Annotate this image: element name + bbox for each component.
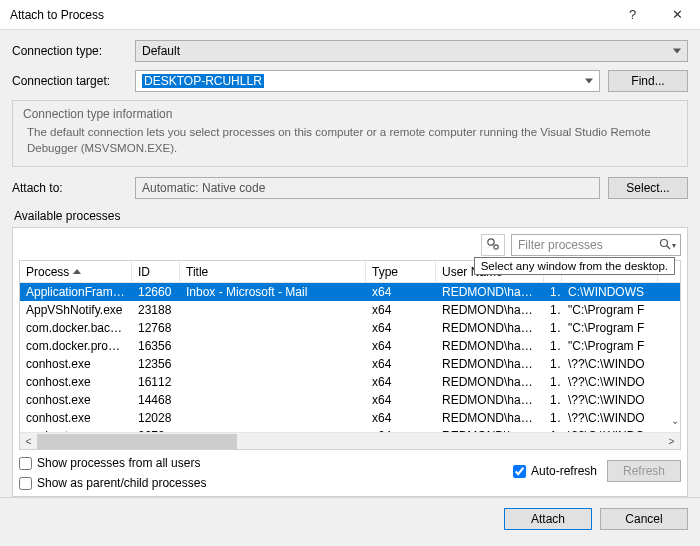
connection-info-box: Connection type information The default … <box>12 100 688 167</box>
titlebar: Attach to Process ? ✕ <box>0 0 700 30</box>
horizontal-scrollbar[interactable]: ⌄ < > <box>20 432 680 449</box>
svg-point-2 <box>661 239 668 246</box>
dialog-footer: Attach Cancel <box>0 497 700 540</box>
scroll-right-icon[interactable]: > <box>663 433 680 450</box>
chevron-down-icon[interactable]: ▾ <box>672 241 676 250</box>
process-grid[interactable]: Process ID Title Type User Name Applicat… <box>19 260 681 450</box>
crosshair-icon <box>486 237 500 254</box>
chevron-down-icon[interactable]: ⌄ <box>671 415 679 426</box>
svg-line-3 <box>667 246 670 249</box>
scrollbar-thumb[interactable] <box>37 434 237 449</box>
cancel-button[interactable]: Cancel <box>600 508 688 530</box>
col-process[interactable]: Process <box>20 261 132 282</box>
col-id[interactable]: ID <box>132 261 180 282</box>
table-row[interactable]: conhost.exe12356x64REDMOND\hahole1\??\C:… <box>20 355 680 373</box>
find-button[interactable]: Find... <box>608 70 688 92</box>
attach-to-value: Automatic: Native code <box>135 177 600 199</box>
svg-point-1 <box>494 244 498 248</box>
available-processes-label: Available processes <box>14 209 688 223</box>
refresh-button[interactable]: Refresh <box>607 460 681 482</box>
connection-target-combo[interactable]: DESKTOP-RCUHLLR <box>135 70 600 92</box>
connection-info-header: Connection type information <box>23 107 677 121</box>
select-button[interactable]: Select... <box>608 177 688 199</box>
connection-info-body: The default connection lets you select p… <box>23 125 677 156</box>
close-button[interactable]: ✕ <box>655 0 700 30</box>
table-row[interactable]: conhost.exe16112x64REDMOND\hahole1\??\C:… <box>20 373 680 391</box>
search-icon <box>659 238 671 253</box>
col-title[interactable]: Title <box>180 261 366 282</box>
table-row[interactable]: com.docker.backend...12768x64REDMOND\hah… <box>20 319 680 337</box>
table-row[interactable]: conhost.exe12028x64REDMOND\hahole1\??\C:… <box>20 409 680 427</box>
sort-asc-icon <box>73 269 81 274</box>
show-all-users-checkbox[interactable]: Show processes from all users <box>19 456 513 470</box>
auto-refresh-checkbox[interactable]: Auto-refresh <box>513 464 597 478</box>
attach-to-label: Attach to: <box>12 181 127 195</box>
connection-target-label: Connection target: <box>12 74 127 88</box>
show-parent-child-checkbox[interactable]: Show as parent/child processes <box>19 476 513 490</box>
help-button[interactable]: ? <box>610 0 655 30</box>
table-row[interactable]: conhost.exe14468x64REDMOND\hahole1\??\C:… <box>20 391 680 409</box>
scroll-left-icon[interactable]: < <box>20 433 37 450</box>
processes-panel: Filter processes ▾ Select any window fro… <box>12 227 688 497</box>
connection-type-dropdown[interactable]: Default <box>135 40 688 62</box>
window-picker-tooltip: Select any window from the desktop. <box>474 257 675 275</box>
svg-point-0 <box>488 238 494 244</box>
select-window-button[interactable] <box>481 234 505 256</box>
table-row[interactable]: ApplicationFrameHo...12660Inbox - Micros… <box>20 283 680 301</box>
connection-type-label: Connection type: <box>12 44 127 58</box>
col-type[interactable]: Type <box>366 261 436 282</box>
filter-processes-input[interactable]: Filter processes ▾ <box>511 234 681 256</box>
table-row[interactable]: AppVShNotify.exe23188x64REDMOND\hahole1"… <box>20 301 680 319</box>
filter-placeholder: Filter processes <box>518 238 603 252</box>
attach-button[interactable]: Attach <box>504 508 592 530</box>
table-row[interactable]: com.docker.proxy.exe16356x64REDMOND\haho… <box>20 337 680 355</box>
window-title: Attach to Process <box>10 8 610 22</box>
